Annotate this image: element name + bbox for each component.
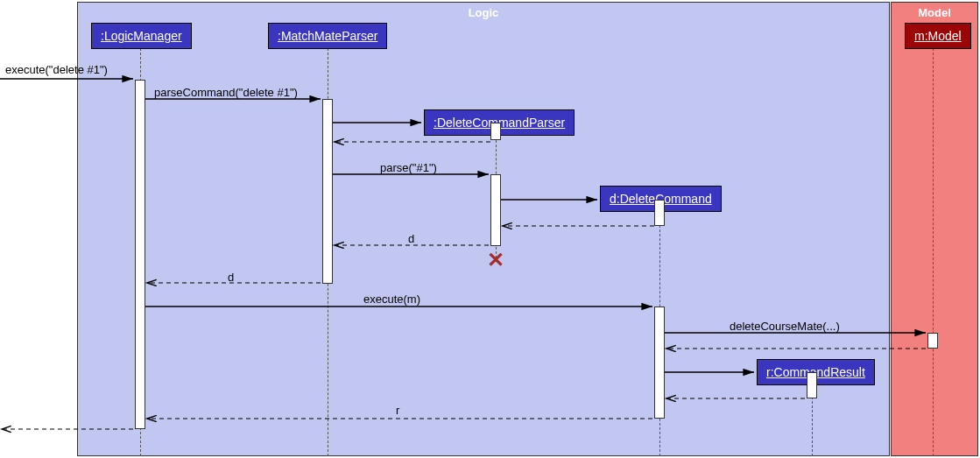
activation-model	[927, 333, 938, 349]
activation-logicmanager	[135, 80, 145, 429]
activation-commandresult	[807, 372, 817, 398]
participant-model: m:Model	[905, 23, 971, 49]
msg-d2: d	[228, 271, 234, 284]
logic-box-label: Logic	[469, 6, 499, 19]
msg-execute-delete: execute("delete #1")	[5, 63, 108, 76]
activation-matchmateparser	[322, 99, 333, 284]
msg-delete-coursemate: deleteCourseMate(...)	[730, 320, 840, 333]
msg-parse-command: parseCommand("delete #1")	[154, 86, 298, 99]
activation-deletecommandparser-2	[490, 174, 501, 246]
participant-matchmateparser: :MatchMateParser	[268, 23, 387, 49]
activation-deletecommand-2	[654, 307, 665, 419]
msg-execute-m: execute(m)	[363, 292, 420, 306]
model-box: Model	[891, 2, 978, 456]
lifeline-model	[933, 48, 934, 456]
logic-box: Logic	[77, 2, 890, 456]
msg-r: r	[396, 404, 399, 417]
destroy-icon: ✕	[487, 248, 504, 272]
activation-deletecommandparser-1	[490, 123, 501, 140]
activation-deletecommand-1	[654, 200, 665, 226]
msg-parse: parse("#1")	[380, 161, 437, 174]
participant-logicmanager: :LogicManager	[91, 23, 192, 49]
model-box-label: Model	[918, 6, 951, 19]
msg-d1: d	[408, 232, 414, 245]
